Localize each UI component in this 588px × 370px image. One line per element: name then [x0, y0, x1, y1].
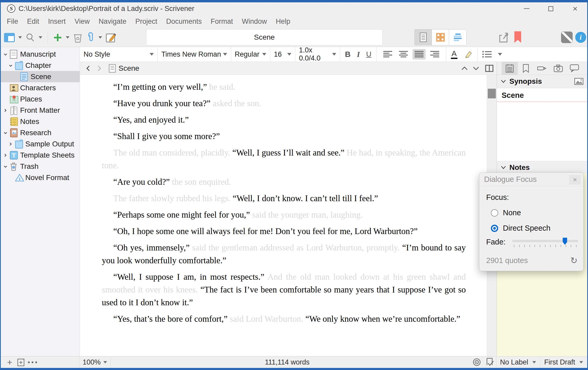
- synopsis-header[interactable]: Synopsis: [497, 75, 587, 88]
- binder-toggle-caret[interactable]: [18, 36, 22, 39]
- menu-edit[interactable]: Edit: [23, 17, 44, 26]
- menu-format[interactable]: Format: [206, 17, 238, 26]
- binder-item-trash[interactable]: Trash: [1, 161, 80, 172]
- add-document-button[interactable]: +: [7, 358, 12, 367]
- next-document-button[interactable]: [473, 66, 479, 71]
- binder-item-sample-output[interactable]: Sample Output: [1, 138, 80, 150]
- bookmark-icon[interactable]: [514, 31, 522, 43]
- binder-toggle-icon[interactable]: [4, 33, 15, 42]
- chevron-down-icon[interactable]: [3, 164, 10, 169]
- dialog-title-bar[interactable]: Dialogue Focus ×: [479, 173, 583, 186]
- refresh-icon[interactable]: ↻: [570, 255, 578, 266]
- tab-metadata[interactable]: [534, 62, 550, 75]
- font-dropdown[interactable]: Times New Roman: [158, 47, 231, 62]
- trash-icon[interactable]: ♻: [73, 32, 83, 43]
- mark-reviewed-icon[interactable]: [485, 356, 495, 368]
- binder-item-notes[interactable]: Notes: [1, 116, 80, 127]
- binder-item-manuscript[interactable]: Manuscript: [1, 49, 80, 60]
- align-right-button[interactable]: [428, 49, 441, 59]
- search-icon[interactable]: [25, 33, 35, 43]
- highlighter-icon[interactable]: [464, 50, 473, 59]
- focus-option-none[interactable]: None: [491, 208, 583, 217]
- tab-comments[interactable]: [566, 62, 583, 75]
- split-editor-button[interactable]: [485, 65, 493, 72]
- fade-slider[interactable]: [512, 240, 578, 247]
- scrollbar-thumb[interactable]: [488, 89, 496, 98]
- add-item-caret[interactable]: [66, 36, 69, 39]
- add-item-icon[interactable]: [53, 33, 62, 42]
- align-justify-button[interactable]: [413, 49, 426, 59]
- list-format-icon[interactable]: [482, 51, 492, 58]
- forward-button[interactable]: [97, 65, 102, 71]
- compose-mode-icon[interactable]: [561, 32, 573, 43]
- align-center-button[interactable]: [397, 49, 410, 59]
- back-button[interactable]: [86, 65, 90, 71]
- synopsis-card-title[interactable]: Scene: [497, 88, 587, 102]
- view-mode-outline-button[interactable]: [449, 29, 466, 45]
- chevron-down-icon[interactable]: [501, 79, 506, 83]
- chevron-down-icon[interactable]: [501, 165, 506, 170]
- binder-item-scene[interactable]: Scene: [1, 71, 80, 82]
- radio-on-icon[interactable]: [491, 225, 498, 232]
- italic-button[interactable]: I: [357, 50, 360, 59]
- menu-file[interactable]: File: [2, 17, 23, 26]
- menu-project[interactable]: Project: [131, 17, 162, 26]
- chevron-down-icon[interactable]: [3, 130, 10, 135]
- view-mode-corkboard-button[interactable]: [432, 29, 449, 45]
- menu-navigate[interactable]: Navigate: [94, 17, 131, 26]
- text-color-button[interactable]: A: [451, 50, 457, 59]
- chevron-right-icon[interactable]: [8, 141, 15, 147]
- binder-item-places[interactable]: Places: [1, 93, 80, 105]
- menu-view[interactable]: View: [70, 17, 94, 26]
- paperclip-icon[interactable]: [86, 32, 95, 43]
- compose-icon[interactable]: [105, 32, 116, 43]
- binder-item-chapter[interactable]: Chapter: [1, 60, 80, 71]
- target-icon[interactable]: [472, 356, 481, 368]
- binder-item-research[interactable]: Research: [1, 127, 80, 138]
- style-dropdown[interactable]: No Style: [80, 47, 158, 62]
- binder-item-template-sheets[interactable]: T Template Sheets: [1, 150, 80, 161]
- slider-thumb[interactable]: [563, 238, 567, 245]
- paperclip-caret[interactable]: [98, 36, 102, 39]
- synopsis-card[interactable]: Scene: [497, 88, 587, 161]
- bold-button[interactable]: B: [345, 50, 351, 59]
- chevron-down-icon[interactable]: [8, 63, 15, 68]
- tab-bookmarks[interactable]: [518, 62, 534, 75]
- binder-item-front-matter[interactable]: Front Matter: [1, 105, 80, 116]
- maximize-button[interactable]: [539, 2, 563, 15]
- binder-item-novel-format[interactable]: i Novel Format: [1, 172, 80, 183]
- menu-documents[interactable]: Documents: [162, 17, 206, 26]
- menu-insert[interactable]: Insert: [44, 17, 70, 26]
- chevron-right-icon[interactable]: [3, 153, 10, 158]
- align-left-button[interactable]: [381, 49, 394, 59]
- font-variant-dropdown[interactable]: Regular: [231, 47, 270, 62]
- tab-notes[interactable]: [502, 62, 518, 75]
- close-button[interactable]: ×: [563, 2, 587, 15]
- underline-button[interactable]: U: [366, 50, 371, 58]
- add-from-template-button[interactable]: [17, 356, 25, 368]
- view-mode-document-button[interactable]: [415, 29, 432, 45]
- editor-text[interactable]: “I’m getting on very well,” he said. “Ha…: [80, 75, 487, 356]
- status-dropdown[interactable]: First Draft: [540, 356, 587, 368]
- chevron-down-icon[interactable]: [3, 52, 10, 57]
- line-spacing-dropdown[interactable]: 1.0x 0.0/4.0: [295, 47, 340, 62]
- menu-window[interactable]: Window: [237, 17, 271, 26]
- dialog-close-button[interactable]: ×: [569, 175, 581, 185]
- menu-help[interactable]: Help: [271, 17, 295, 26]
- synopsis-image-icon[interactable]: [574, 78, 584, 85]
- font-size-dropdown[interactable]: 16: [270, 47, 295, 62]
- minimize-button[interactable]: [514, 2, 539, 15]
- chevron-down-icon[interactable]: [498, 53, 502, 56]
- previous-document-button[interactable]: [461, 66, 468, 71]
- more-options-button[interactable]: [28, 356, 37, 368]
- binder-item-characters[interactable]: Characters: [1, 82, 80, 93]
- toolbar-document-title[interactable]: Scene: [146, 29, 383, 45]
- radio-off-icon[interactable]: [491, 209, 498, 217]
- share-icon[interactable]: [498, 32, 510, 44]
- notes-header[interactable]: Notes: [497, 161, 587, 174]
- tab-snapshots[interactable]: [550, 62, 566, 75]
- focus-option-direct-speech[interactable]: Direct Speech: [491, 224, 583, 232]
- info-icon[interactable]: i: [575, 32, 586, 43]
- label-dropdown[interactable]: No Label: [496, 356, 540, 368]
- search-caret[interactable]: [39, 36, 42, 39]
